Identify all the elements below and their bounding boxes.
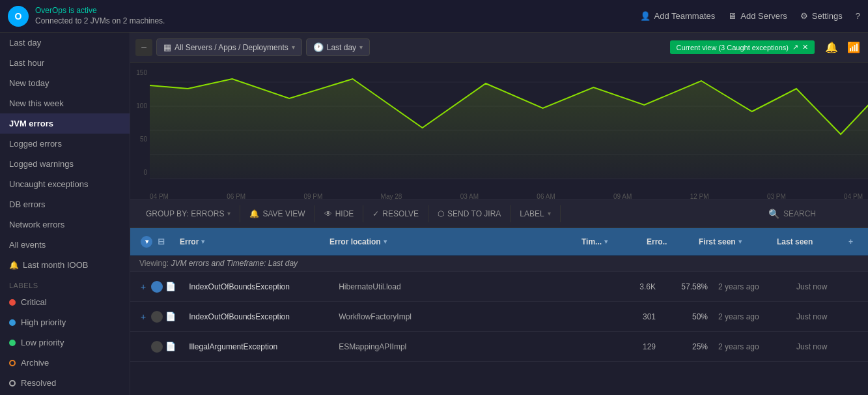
- sidebar-item-db-errors[interactable]: DB errors: [0, 194, 130, 214]
- critical-dot: [9, 299, 16, 306]
- chart-line: [150, 69, 868, 190]
- search-area: 🔍: [768, 209, 861, 219]
- settings-button[interactable]: ⚙ Settings: [800, 11, 843, 21]
- send-to-jira-button[interactable]: ⬡ SEND TO JIRA: [428, 205, 511, 222]
- th-error-count[interactable]: Erro..: [641, 237, 693, 246]
- wifi-icon-button[interactable]: 📶: [845, 38, 863, 56]
- sidebar-item-logged-warnings[interactable]: Logged warnings: [0, 154, 130, 174]
- logo-text: OverOps is active Connected to 2 JVMs on…: [35, 6, 165, 26]
- timeframe-filter-label: Last day: [327, 43, 356, 52]
- table-row[interactable]: + 📄 IndexOutOfBoundsException HibernateU…: [130, 272, 868, 302]
- topbar: O OverOps is active Connected to 2 JVMs …: [0, 0, 868, 33]
- content-area: − ▦ All Servers / Apps / Deployments ▾ 🕐…: [130, 33, 868, 395]
- group-by-button[interactable]: GROUP BY: ERRORS ▾: [137, 205, 240, 222]
- search-icon: 🔍: [768, 209, 779, 219]
- hide-button[interactable]: 👁 HIDE: [315, 205, 364, 222]
- servers-filter-button[interactable]: ▦ All Servers / Apps / Deployments ▾: [156, 38, 302, 56]
- label-button[interactable]: LABEL ▾: [511, 205, 560, 222]
- sidebar-item-last-month-ioob[interactable]: 🔔 Last month IOOB: [0, 255, 130, 275]
- sidebar-item-label: New today: [9, 78, 49, 88]
- main-layout: Last day Last hour New today New this we…: [0, 33, 868, 395]
- td-location: WorkflowFactoryImpl: [333, 312, 596, 321]
- td-last-seen: Just now: [791, 312, 863, 321]
- viewing-bar: Viewing: JVM errors and Timeframe: Last …: [130, 256, 868, 272]
- bell-icon-button[interactable]: 🔔: [822, 38, 841, 56]
- filter-icon: ▾: [604, 238, 608, 245]
- sidebar-item-all-events[interactable]: All events: [0, 235, 130, 255]
- row-checkbox[interactable]: [151, 311, 163, 323]
- sidebar-item-last-day[interactable]: Last day: [0, 33, 130, 53]
- sidebar-item-label: Last month IOOB: [23, 260, 88, 270]
- filter-bar: − ▦ All Servers / Apps / Deployments ▾ 🕐…: [130, 33, 868, 63]
- sidebar-item-new-this-week[interactable]: New this week: [0, 93, 130, 113]
- td-error: IllegalArgumentException: [184, 342, 333, 351]
- help-icon: ?: [856, 11, 860, 21]
- chevron-down-icon: ▾: [359, 44, 363, 51]
- logo-area: O OverOps is active Connected to 2 JVMs …: [8, 6, 165, 27]
- minus-icon: −: [141, 42, 147, 53]
- save-view-button[interactable]: 🔔 SAVE VIEW: [240, 205, 315, 222]
- table-row[interactable]: + 📄 IllegalArgumentException ESMappingAP…: [130, 332, 868, 362]
- help-button[interactable]: ?: [856, 11, 860, 21]
- sidebar: Last day Last hour New today New this we…: [0, 33, 130, 395]
- labels-section: Labels: [0, 275, 130, 292]
- row-checkbox[interactable]: [151, 281, 163, 293]
- sidebar-item-archive[interactable]: Archive: [0, 353, 130, 373]
- td-time: 129: [596, 342, 661, 351]
- sidebar-item-low-priority[interactable]: Low priority: [0, 332, 130, 353]
- search-input[interactable]: [783, 209, 861, 218]
- table-row[interactable]: + 📄 IndexOutOfBoundsException WorkflowFa…: [130, 302, 868, 332]
- sidebar-item-uncaught-exceptions[interactable]: Uncaught exceptions: [0, 174, 130, 194]
- th-select: ▾ ⊟: [135, 236, 175, 248]
- clock-icon: 🕐: [313, 42, 324, 52]
- sidebar-item-logged-errors[interactable]: Logged errors: [0, 134, 130, 154]
- filter-icon: ⊟: [158, 237, 165, 246]
- chart-x-labels: 04 PM 06 PM 09 PM May 28 03 AM 06 AM 09 …: [150, 192, 868, 205]
- filter-icon: ▾: [738, 238, 742, 245]
- archive-dot: [9, 360, 16, 366]
- share-icon: ↗: [792, 43, 798, 51]
- td-error-count: 25%: [661, 342, 713, 351]
- sidebar-item-resolved[interactable]: Resolved: [0, 373, 130, 393]
- sidebar-item-jvm-errors[interactable]: JVM errors: [0, 113, 130, 134]
- add-row-icon[interactable]: +: [141, 312, 146, 322]
- sidebar-item-high-priority[interactable]: High priority: [0, 312, 130, 332]
- th-location[interactable]: Error location ▾: [324, 237, 576, 246]
- sidebar-item-critical[interactable]: Critical: [0, 292, 130, 312]
- row-checkbox[interactable]: [151, 341, 163, 353]
- add-servers-button[interactable]: 🖥 Add Servers: [728, 11, 787, 21]
- add-row-icon[interactable]: +: [141, 282, 146, 292]
- file-icon: 📄: [165, 342, 176, 351]
- th-add-column[interactable]: +: [843, 237, 863, 246]
- chevron-down-icon: ▾: [227, 210, 231, 217]
- filter-icon: ▾: [384, 238, 387, 245]
- chevron-down-icon: ▾: [292, 44, 295, 51]
- topbar-right: 👤 Add Teammates 🖥 Add Servers ⚙ Settings…: [640, 11, 860, 21]
- check-icon: ✓: [372, 209, 379, 218]
- sidebar-item-label: High priority: [21, 317, 66, 327]
- low-priority-dot: [9, 340, 16, 346]
- td-error: IndexOutOfBoundsException: [184, 282, 333, 291]
- td-time: 301: [596, 312, 661, 321]
- collapse-button[interactable]: −: [135, 39, 152, 56]
- add-teammates-button[interactable]: 👤 Add Teammates: [640, 11, 716, 21]
- close-icon[interactable]: ✕: [802, 43, 808, 51]
- th-time[interactable]: Tim... ▾: [576, 237, 641, 246]
- current-view-badge: Current view (3 Caught exceptions) ↗ ✕: [670, 40, 815, 54]
- th-last-seen[interactable]: Last seen: [772, 237, 843, 246]
- td-last-seen: Just now: [791, 342, 863, 351]
- sidebar-item-network-errors[interactable]: Network errors: [0, 214, 130, 235]
- resolve-button[interactable]: ✓ RESOLVE: [363, 205, 428, 222]
- th-error[interactable]: Error ▾: [175, 237, 324, 246]
- timeframe-filter-button[interactable]: 🕐 Last day ▾: [306, 38, 370, 56]
- filter-icon: ▾: [201, 238, 204, 245]
- th-first-seen[interactable]: First seen ▾: [693, 237, 772, 246]
- td-select: + 📄: [135, 281, 184, 293]
- select-all-checkbox[interactable]: ▾: [141, 236, 152, 248]
- add-servers-icon: 🖥: [728, 11, 736, 21]
- sidebar-item-label: Resolved: [21, 378, 56, 388]
- sidebar-item-last-hour[interactable]: Last hour: [0, 53, 130, 73]
- td-first-seen: 2 years ago: [713, 282, 791, 291]
- td-location: HibernateUtil.load: [333, 282, 596, 291]
- sidebar-item-new-today[interactable]: New today: [0, 73, 130, 93]
